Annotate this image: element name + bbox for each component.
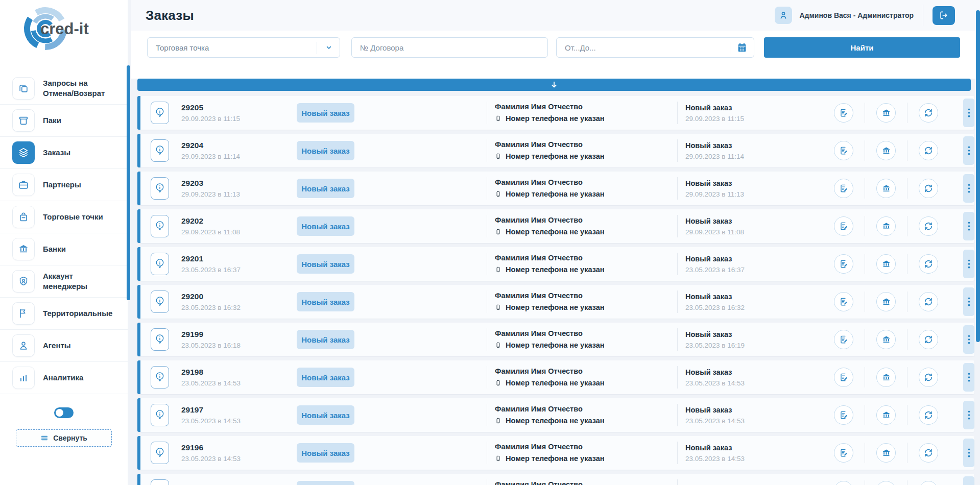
bank-action-button[interactable]	[876, 216, 896, 236]
bank-action-button[interactable]	[876, 443, 896, 463]
sidebar-menu: Запросы на Отмена/Возврат Паки Заказы Па…	[0, 72, 128, 394]
bank-action-button[interactable]	[876, 254, 896, 274]
search-button[interactable]: Найти	[764, 37, 960, 58]
row-menu-button[interactable]	[963, 212, 974, 240]
row-menu-button[interactable]	[963, 363, 974, 392]
client-name: Фамилия Имя Отчество	[495, 140, 668, 149]
refresh-order-button[interactable]	[919, 141, 938, 160]
order-info-button[interactable]	[151, 442, 169, 464]
edit-order-button[interactable]	[834, 481, 853, 485]
edit-order-button[interactable]	[834, 292, 853, 311]
client-phone-text: Номер телефона не указан	[506, 417, 605, 425]
bank-action-button[interactable]	[876, 368, 896, 387]
collapse-sidebar-button[interactable]: Свернуть	[16, 429, 112, 447]
row-accent	[137, 474, 140, 485]
sidebar-item-stores[interactable]: Торговые точки	[0, 201, 128, 233]
refresh-order-button[interactable]	[919, 481, 938, 485]
order-info-button[interactable]	[151, 404, 169, 426]
row-menu-button[interactable]	[963, 136, 974, 165]
chevron-down-icon	[325, 43, 333, 53]
edit-order-button[interactable]	[834, 216, 853, 236]
refresh-order-button[interactable]	[919, 254, 938, 274]
edit-order-button[interactable]	[834, 254, 853, 274]
edit-order-button[interactable]	[834, 141, 853, 160]
bank-action-button[interactable]	[876, 330, 896, 349]
status-date: 23.05.2023 в 14:53	[685, 379, 803, 387]
row-accent	[137, 285, 140, 319]
order-info-button[interactable]	[151, 102, 169, 124]
sidebar-item-agents[interactable]: Агенты	[0, 330, 128, 362]
row-menu-button[interactable]	[963, 174, 974, 203]
bank-action-button[interactable]	[876, 103, 896, 123]
sidebar-item-requests[interactable]: Запросы на Отмена/Возврат	[0, 72, 128, 105]
refresh-order-button[interactable]	[919, 103, 938, 123]
client-phone-text: Номер телефона не указан	[506, 454, 605, 463]
bank-action-button[interactable]	[876, 405, 896, 425]
status-text: Новый заказ	[685, 444, 803, 452]
kebab-dots-icon	[968, 410, 970, 420]
order-info-button[interactable]	[151, 253, 169, 275]
refresh-order-button[interactable]	[919, 216, 938, 236]
row-menu-button[interactable]	[963, 476, 974, 485]
date-range-input[interactable]	[557, 38, 754, 57]
bank-action-button[interactable]	[876, 141, 896, 160]
refresh-order-button[interactable]	[919, 443, 938, 463]
edit-order-button[interactable]	[834, 330, 853, 349]
sidebar-item-account-managers[interactable]: Аккаунт менеджеры	[0, 265, 128, 298]
order-status-badge: Новый заказ	[297, 254, 354, 274]
box-icon	[12, 109, 35, 132]
order-row: 29198 23.05.2023 в 14:53 Новый заказ Фам…	[137, 360, 974, 394]
sidebar-item-orders[interactable]: Заказы	[0, 137, 128, 169]
refresh-order-button[interactable]	[919, 292, 938, 311]
order-info-button[interactable]	[151, 290, 169, 313]
row-menu-button[interactable]	[963, 99, 974, 127]
order-status-badge: Новый заказ	[297, 292, 354, 311]
expand-filters-bar[interactable]	[137, 79, 971, 91]
row-menu-button[interactable]	[963, 325, 974, 354]
order-info-button[interactable]	[151, 177, 169, 200]
info-pin-icon	[155, 333, 165, 346]
sidebar-item-territorial[interactable]: Территориальные	[0, 298, 128, 330]
logout-button[interactable]	[933, 6, 955, 25]
bank-icon	[881, 222, 891, 231]
row-menu-button[interactable]	[963, 401, 974, 429]
calendar-icon[interactable]	[736, 42, 748, 55]
order-status-badge: Новый заказ	[297, 330, 354, 349]
row-menu-button[interactable]	[963, 287, 974, 316]
refresh-order-button[interactable]	[919, 179, 938, 198]
sidebar-item-banks[interactable]: Банки	[0, 233, 128, 265]
bank-action-button[interactable]	[876, 179, 896, 198]
edit-order-button[interactable]	[834, 368, 853, 387]
actions-divider	[865, 216, 865, 236]
order-number-column: 29205 29.09.2023 в 11:15	[181, 103, 297, 123]
order-info-button[interactable]	[151, 366, 169, 389]
sidebar-item-analytics[interactable]: Аналитика	[0, 362, 128, 394]
sidebar-item-packs[interactable]: Паки	[0, 105, 128, 137]
row-actions	[834, 292, 938, 312]
sidebar-item-partners[interactable]: Партнеры	[0, 169, 128, 201]
order-info-button[interactable]	[151, 479, 169, 485]
bank-action-button[interactable]	[876, 481, 896, 485]
refresh-order-button[interactable]	[919, 368, 938, 387]
contract-number-input[interactable]	[351, 37, 548, 58]
page-scrollbar-thumb[interactable]	[976, 10, 980, 342]
edit-order-button[interactable]	[834, 443, 853, 463]
order-info-button[interactable]	[151, 139, 169, 162]
edit-order-button[interactable]	[834, 405, 853, 425]
status-text: Новый заказ	[685, 406, 803, 414]
edit-order-button[interactable]	[834, 103, 853, 123]
status-column: Новый заказ 29.09.2023 в 11:13	[685, 179, 803, 198]
order-info-button[interactable]	[151, 215, 169, 237]
edit-order-button[interactable]	[834, 179, 853, 198]
refresh-order-button[interactable]	[919, 405, 938, 425]
refresh-order-button[interactable]	[919, 330, 938, 349]
store-select[interactable]: Торговая точка	[147, 37, 340, 58]
order-info-button[interactable]	[151, 328, 169, 351]
order-date: 23.05.2023 в 14:53	[181, 455, 297, 463]
row-menu-button[interactable]	[963, 439, 974, 467]
bank-action-button[interactable]	[876, 292, 896, 311]
sidebar-scrollbar-thumb[interactable]	[127, 65, 130, 300]
row-menu-button[interactable]	[963, 250, 974, 278]
info-pin-icon	[155, 409, 165, 421]
theme-toggle[interactable]	[54, 407, 74, 418]
